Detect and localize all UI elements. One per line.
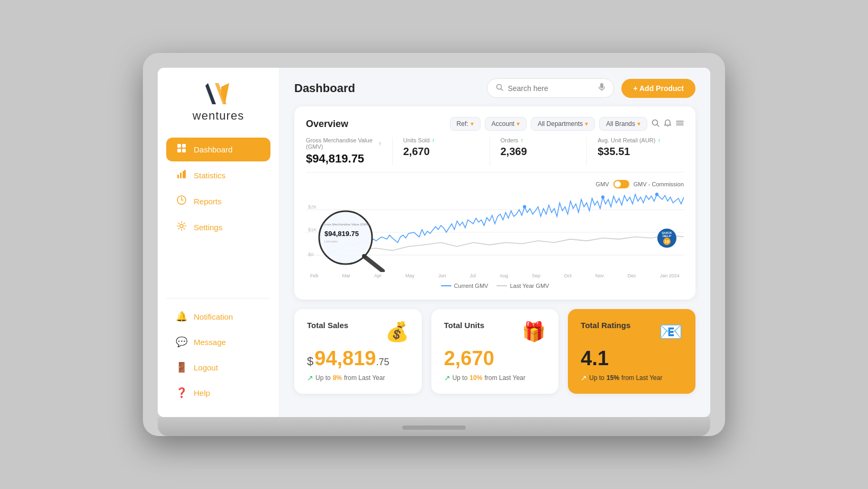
metric-aur: Avg. Unit Retail (AUR) ↑ $35.51 [587,137,684,166]
total-sales-card: Total Sales 💰 $94,819.75 ↗ Up to 8% from… [294,309,422,394]
sidebar-item-statistics[interactable]: Statistics [166,164,270,187]
metric-orders-value: 2,369 [501,146,576,158]
filter-icons [652,119,684,129]
svg-point-37 [655,193,658,196]
sidebar-item-dashboard-label: Dashboard [194,145,232,154]
laptop-notch [402,425,466,430]
svg-line-18 [657,124,659,126]
logo-area: wentures [158,80,279,123]
svg-rect-8 [180,173,182,178]
search-input[interactable] [508,84,594,93]
laptop-frame: wentures Dashboard [143,53,725,436]
sidebar-item-notification[interactable]: 🔔 Notification [166,305,270,328]
mic-icon [599,83,605,93]
overview-title: Overview [306,119,348,130]
logo-icon [203,80,234,107]
metric-units-value: 2,670 [403,146,479,158]
laptop-screen: wentures Dashboard [158,68,710,417]
metrics-row: Gross Merchandise Value (GMV) ↑ $94,819.… [306,137,684,173]
dashboard-icon [176,143,187,156]
filter-brands[interactable]: All Brands ▾ [599,117,647,131]
total-sales-header: Total Sales 💰 [307,321,409,343]
chart-legend: Current GMV Last Year GMV [306,283,684,289]
svg-rect-10 [184,170,186,178]
sidebar-item-message-label: Message [194,338,226,347]
filter-account[interactable]: Account ▾ [485,117,527,131]
overview-card: Overview Ref: ▾ Account ▾ All Department… [294,106,695,300]
main-content: Dashboard [279,68,710,417]
quick-help-badge[interactable]: QUICK HELP 10 [657,229,676,248]
total-sales-icon: 💰 [385,321,409,343]
svg-point-35 [523,205,526,209]
legend-last-year-gmv: Last Year GMV [496,283,549,289]
svg-rect-3 [177,144,181,148]
svg-rect-7 [177,175,179,178]
overview-header: Overview Ref: ▾ Account ▾ All Department… [306,117,684,131]
svg-marker-0 [205,83,216,104]
svg-rect-4 [182,144,186,148]
bell-filter-icon[interactable] [664,119,672,129]
chart-container: Gross Merchandise Value (GMV) $94,819.75… [306,193,684,272]
app-name: wentures [193,109,244,123]
svg-point-36 [601,195,604,198]
metric-gmv: Gross Merchandise Value (GMV) ↑ $94,819.… [306,137,393,166]
sidebar-item-settings[interactable]: Settings [166,215,270,239]
gmv-toggle[interactable] [613,180,629,188]
reports-icon [176,195,187,207]
svg-point-12 [180,224,183,228]
svg-rect-5 [177,149,181,152]
sidebar-item-message[interactable]: 💬 Message [166,330,270,354]
svg-text:$2K: $2K [308,204,317,210]
top-bar-right: + Add Product [487,78,695,98]
sidebar-item-logout-label: Logout [194,363,218,372]
sidebar-item-logout[interactable]: 🚪 Logout [166,356,270,379]
metric-units-label: Units Sold ↑ [403,137,479,143]
page-title: Dashboard [294,82,355,95]
metric-orders-label: Orders ↑ [501,137,576,143]
content-area: Overview Ref: ▾ Account ▾ All Department… [279,106,710,417]
total-units-value: 2,670 [444,348,546,368]
gmv-commission-label: GMV - Commission [634,181,684,187]
search-filter-icon[interactable] [652,119,659,129]
notification-icon: 🔔 [176,311,187,322]
message-icon: 💬 [176,336,187,348]
sidebar: wentures Dashboard [158,68,279,417]
nav-bottom: 🔔 Notification 💬 Message 🚪 Logout ❓ Help [158,305,279,404]
sidebar-item-help[interactable]: ❓ Help [166,381,270,404]
total-ratings-header: Total Ratings 📧 [581,321,683,343]
total-sales-title: Total Sales [307,321,348,330]
legend-current-gmv: Current GMV [441,283,489,289]
add-product-button[interactable]: + Add Product [621,79,695,98]
total-ratings-value: 4.1 [581,348,683,368]
total-units-icon: 🎁 [522,321,546,343]
search-bar [487,78,614,98]
sidebar-item-dashboard[interactable]: Dashboard [166,138,270,161]
search-icon [496,84,503,93]
filter-ref[interactable]: Ref: ▾ [450,117,481,131]
filter-departments[interactable]: All Departments ▾ [531,117,595,131]
logout-icon: 🚪 [176,361,187,373]
total-units-title: Total Units [444,321,484,330]
sidebar-item-help-label: Help [194,388,210,397]
laptop-base [158,417,710,436]
metric-units: Units Sold ↑ 2,670 [393,137,490,166]
sidebar-item-settings-label: Settings [194,223,222,232]
total-ratings-title: Total Ratings [581,321,630,330]
settings-icon [176,221,187,233]
sidebar-item-reports-label: Reports [194,197,222,206]
menu-filter-icon[interactable] [676,119,684,129]
metric-gmv-value: $94,819.75 [306,152,382,166]
filter-bar: Ref: ▾ Account ▾ All Departments ▾ All B… [450,117,684,131]
metric-aur-value: $35.51 [598,146,673,158]
sidebar-item-reports[interactable]: Reports [166,189,270,213]
statistics-icon [176,169,187,182]
total-ratings-card: Total Ratings 📧 4.1 ↗ Up to 15% from Las… [568,309,695,394]
svg-text:$0: $0 [308,251,313,257]
top-bar: Dashboard [279,68,710,106]
nav-divider [166,298,270,298]
sidebar-item-statistics-label: Statistics [194,171,225,180]
gmv-toggle-label: GMV [596,181,609,187]
total-units-header: Total Units 🎁 [444,321,546,343]
nav-menu: Dashboard Statistics [158,138,279,292]
chart-months: Feb Mar Apr May Jun Jul Aug Sep Oct Nov … [306,273,684,278]
